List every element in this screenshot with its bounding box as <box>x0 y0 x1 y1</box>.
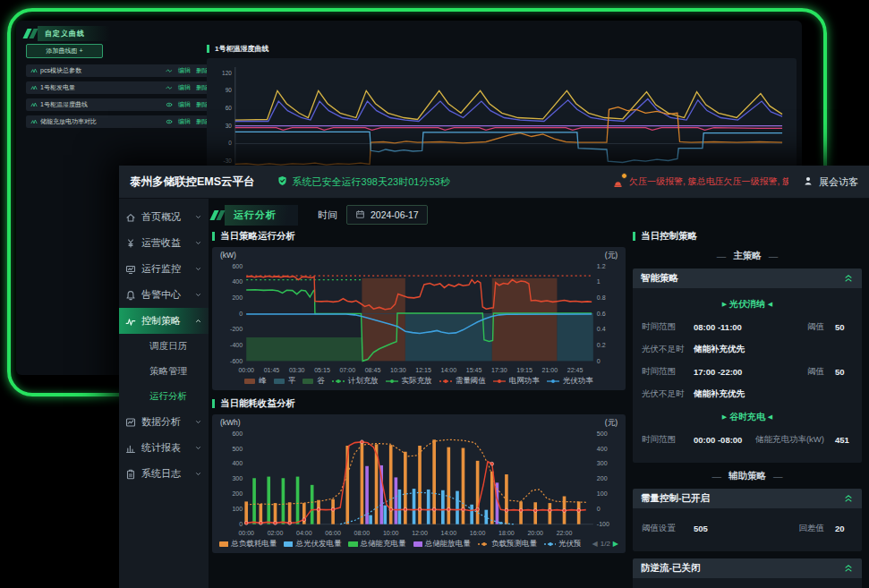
legend-item[interactable]: 光伏功率 <box>547 376 593 387</box>
chevron-down-icon <box>194 264 202 275</box>
sidebar-subitem-operation-analysis[interactable]: 运行分析 <box>119 384 209 409</box>
svg-text:0.8: 0.8 <box>597 294 606 302</box>
sidebar-item-operation-revenue[interactable]: 运营收益 <box>119 230 209 256</box>
svg-text:15:45: 15:45 <box>466 365 482 373</box>
sidebar-item-operation-monitor[interactable]: 运行监控 <box>119 256 209 282</box>
squiggle-icon <box>30 84 38 91</box>
sidebar-item-home-overview[interactable]: 首页概况 <box>119 204 209 230</box>
svg-text:17:30: 17:30 <box>491 365 507 373</box>
sidebar-subitem-schedule-calendar[interactable]: 调度日历 <box>119 334 209 359</box>
legend-pagination: ◀1/2▶ <box>592 540 618 548</box>
legend-item[interactable]: 电网功率 <box>493 376 540 387</box>
collapse-icon[interactable] <box>843 562 854 575</box>
energy-chart-legend: 总负载耗电量总光伏发电量总储能充电量总储能放电量负载预测电量光伏预◀1/2▶ <box>219 537 618 550</box>
legend-swatch <box>439 378 453 385</box>
sidebar-item-statistics-report[interactable]: 统计报表 <box>119 435 209 461</box>
curve-row-0[interactable]: pcs模块总参数编辑删除 <box>26 64 213 77</box>
sidebar-item-data-analysis[interactable]: 数据分析 <box>119 409 209 435</box>
edit-button[interactable]: 编辑 <box>178 83 191 92</box>
time-label: 时间 <box>318 209 337 222</box>
chev-down-icon <box>194 265 202 273</box>
axis-units: (kW) (元) <box>219 251 618 261</box>
sidebar-item-alarm-center[interactable]: 告警中心 <box>119 282 209 308</box>
legend-page: 1/2 <box>601 540 610 548</box>
legend-prev-icon[interactable]: ◀ <box>592 540 598 548</box>
svg-text:1.2: 1.2 <box>597 261 606 269</box>
section-accent-bar <box>212 399 215 408</box>
legend-swatch <box>544 541 556 548</box>
strategy-chart-legend: 峰平谷计划充放实际充放需量阈值电网功率光伏功率 <box>219 374 618 388</box>
squiggle-icon <box>30 118 38 125</box>
row-label-2: 储能充电功率(kW) <box>755 434 824 446</box>
strategy-run-chart[interactable]: 6001.240012000.800.6-2000.4-4000.2-60000… <box>219 261 618 374</box>
legend-item[interactable]: 总储能放电量 <box>413 539 471 550</box>
edit-button[interactable]: 编辑 <box>178 117 191 126</box>
shield-icon <box>277 175 288 189</box>
svg-text:300: 300 <box>597 459 608 467</box>
strategy-chart-title: 当日策略运行分析 <box>220 230 295 243</box>
card-header[interactable]: 智能策略 <box>633 268 862 288</box>
toolbar: 运行分析 时间 2024-06-17 <box>212 204 862 226</box>
svg-text:00:00: 00:00 <box>238 528 254 536</box>
triangle-left-icon: ◀ <box>768 301 772 307</box>
bar-总负载耗电量 <box>490 472 494 524</box>
energy-revenue-chart[interactable]: 60050050040040030030020020010010000-1000… <box>219 429 618 537</box>
edit-button[interactable]: 编辑 <box>178 100 191 109</box>
card-body: 阈值设置505回差值20 <box>633 508 862 551</box>
sidebar-subitem-strategy-management[interactable]: 策略管理 <box>119 359 209 384</box>
legend-item[interactable]: 总光伏发电量 <box>284 539 341 550</box>
app-title: 泰州多储联控EMS云平台 <box>130 175 255 190</box>
energy-chart-title: 当日能耗收益分析 <box>220 397 295 410</box>
svg-text:500: 500 <box>597 429 608 437</box>
collapse-icon[interactable] <box>843 272 854 285</box>
svg-text:12:15: 12:15 <box>415 365 431 373</box>
row-value-2: 50 <box>835 367 853 377</box>
legend-item[interactable]: 需量阈值 <box>439 376 486 387</box>
sidebar-item-label: 控制策略 <box>141 314 181 328</box>
sidebar-item-control-strategy[interactable]: 控制策略 <box>119 308 209 334</box>
legend-item[interactable]: 总负载耗电量 <box>219 539 277 550</box>
legend-item[interactable]: 谷 <box>302 376 325 387</box>
curve-row-1[interactable]: 1号柜发电量编辑删除 <box>26 81 213 94</box>
control-strategy-section-title: 当日控制策略 <box>633 230 862 243</box>
collapse-icon[interactable] <box>843 492 854 505</box>
edit-button[interactable]: 编辑 <box>178 66 191 75</box>
sidebar-item-system-log[interactable]: 系统日志 <box>119 461 209 487</box>
legend-item[interactable]: 光伏预 <box>544 539 582 550</box>
row-label: 时间范围 <box>642 321 694 333</box>
section-accent-bar <box>207 45 209 53</box>
legend-item[interactable]: 计划充放 <box>332 376 379 387</box>
legend-item[interactable]: 总储能充电量 <box>348 539 405 550</box>
wave-icon <box>166 84 173 91</box>
card-title: 智能策略 <box>641 272 678 285</box>
triangle-right-icon: ▶ <box>722 301 727 307</box>
curve-row-2[interactable]: 1号柜温湿度曲线编辑删除 <box>26 98 213 111</box>
bar-总负载耗电量 <box>432 439 436 524</box>
strategy-row: 时间范围17:00 -22:00阈值50 <box>642 366 853 378</box>
card-header[interactable]: 需量控制-已开启 <box>633 489 862 508</box>
legend-next-icon[interactable]: ▶ <box>613 540 618 548</box>
card-header[interactable]: 防逆流-已关闭 <box>633 558 862 578</box>
calendar-icon <box>355 209 365 221</box>
svg-text:18:00: 18:00 <box>498 528 515 536</box>
alarm-lamp[interactable] <box>612 176 625 188</box>
add-curve-button[interactable]: 添加曲线图 + <box>26 44 103 58</box>
bar-总光伏发电量 <box>456 491 459 524</box>
row-value: 08:00 -11:00 <box>694 322 742 332</box>
curve-row-3[interactable]: 储能充放电功率对比编辑删除 <box>26 115 213 128</box>
chevron-down-icon <box>194 469 202 480</box>
legend-item[interactable]: 平 <box>274 376 296 387</box>
screen: 自定义曲线 添加曲线图 + pcs模块总参数编辑删除1号柜发电量编辑删除1号柜温… <box>0 0 869 588</box>
legend-item[interactable]: 负载预测电量 <box>478 539 537 550</box>
legend-swatch <box>547 378 560 385</box>
user-menu[interactable]: 展会访客 <box>803 175 858 189</box>
strategy-row: 光伏不足时储能补充优先 <box>642 344 853 355</box>
legend-item[interactable]: 峰 <box>244 376 267 387</box>
legend-item[interactable]: 实际充放 <box>386 376 432 387</box>
main-strategy-divider: — 主策略 — <box>633 250 862 262</box>
tab-operation-analysis[interactable]: 运行分析 <box>212 205 298 226</box>
date-picker[interactable]: 2024-06-17 <box>346 205 428 225</box>
bar-总储能充电量 <box>296 477 300 524</box>
alarm-area[interactable]: 欠压一级报警, 簇总电压欠压一级报警, 簇SO <box>612 175 788 188</box>
line-power-orange <box>235 107 782 165</box>
